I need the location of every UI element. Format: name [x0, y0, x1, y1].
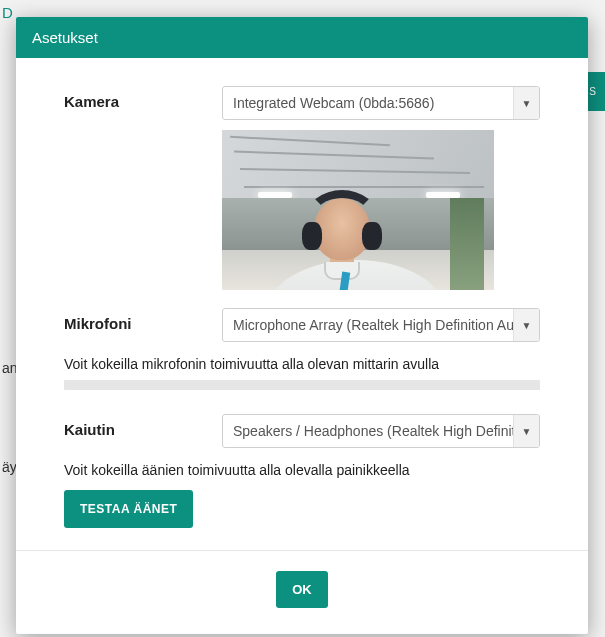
modal-footer: OK: [16, 550, 588, 634]
microphone-field: Microphone Array (Realtek High Definitio…: [222, 308, 540, 342]
microphone-row: Mikrofoni Microphone Array (Realtek High…: [64, 308, 540, 342]
microphone-select-wrap[interactable]: Microphone Array (Realtek High Definitio…: [222, 308, 540, 342]
camera-preview: [222, 130, 494, 290]
speaker-label: Kaiutin: [64, 414, 222, 438]
speaker-select[interactable]: Speakers / Headphones (Realtek High Defi…: [222, 414, 540, 448]
speaker-select-wrap[interactable]: Speakers / Headphones (Realtek High Defi…: [222, 414, 540, 448]
modal-header: Asetukset: [16, 17, 588, 58]
ok-button[interactable]: OK: [276, 571, 328, 608]
speaker-field: Speakers / Headphones (Realtek High Defi…: [222, 414, 540, 448]
bg-fragment-ay: äy: [2, 459, 17, 475]
camera-label: Kamera: [64, 86, 222, 110]
microphone-select[interactable]: Microphone Array (Realtek High Definitio…: [222, 308, 540, 342]
test-sound-button[interactable]: TESTAA ÄÄNET: [64, 490, 193, 528]
camera-field: Integrated Webcam (0bda:5686) ▼: [222, 86, 540, 290]
modal-title: Asetukset: [32, 29, 98, 46]
camera-row: Kamera Integrated Webcam (0bda:5686) ▼: [64, 86, 540, 290]
bg-fragment-d: D: [2, 4, 13, 21]
speaker-row: Kaiutin Speakers / Headphones (Realtek H…: [64, 414, 540, 448]
camera-select-wrap[interactable]: Integrated Webcam (0bda:5686) ▼: [222, 86, 540, 120]
speaker-help-text: Voit kokeilla äänien toimivuutta alla ol…: [64, 462, 540, 478]
microphone-help-text: Voit kokeilla mikrofonin toimivuutta all…: [64, 356, 540, 372]
microphone-label: Mikrofoni: [64, 308, 222, 332]
modal-body: Kamera Integrated Webcam (0bda:5686) ▼: [16, 58, 588, 550]
microphone-level-meter: [64, 380, 540, 390]
camera-select[interactable]: Integrated Webcam (0bda:5686): [222, 86, 540, 120]
settings-modal: Asetukset Kamera Integrated Webcam (0bda…: [16, 17, 588, 634]
